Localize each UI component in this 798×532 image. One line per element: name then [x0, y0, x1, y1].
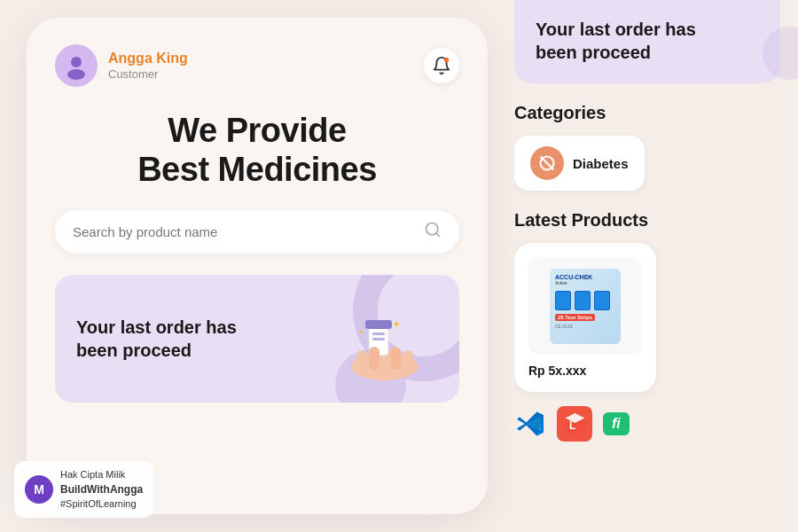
svg-rect-7	[365, 320, 392, 329]
user-info: Angga King Customer	[55, 44, 188, 87]
svg-rect-8	[372, 332, 385, 335]
category-label-diabetes: Diabetes	[573, 156, 629, 171]
svg-rect-15	[403, 350, 413, 372]
categories-section: Categories Diabetes	[514, 103, 780, 191]
svg-text:L: L	[569, 419, 575, 432]
categories-row: Diabetes	[514, 136, 780, 191]
order-notification-card: Your last order has been proceed	[514, 0, 780, 83]
svg-text:✦: ✦	[358, 328, 364, 336]
product-card-accu-chek[interactable]: ACCU-CHEK Active 25 Test Strips CE 0123 …	[514, 243, 656, 392]
fiverr-logo: fi	[603, 412, 630, 435]
diabetes-icon	[530, 146, 564, 180]
svg-rect-13	[369, 347, 379, 370]
user-name: Angga King	[108, 51, 188, 66]
svg-text:✦: ✦	[392, 318, 401, 331]
accu-chek-box: ACCU-CHEK Active 25 Test Strips CE 0123	[550, 269, 621, 344]
accu-chek-model: Active	[555, 280, 615, 286]
watermark: M Hak Cipta Milik BuildWithAngga #Spirit…	[14, 461, 153, 518]
search-input[interactable]	[73, 224, 424, 239]
medicine-hands-svg: ✦ ✦	[340, 297, 429, 381]
left-panel: Angga King Customer We Provide Best Medi…	[0, 0, 514, 532]
search-bar[interactable]	[55, 210, 459, 254]
product-price: Rp 5x.xxx	[528, 364, 642, 378]
product-image-area: ACCU-CHEK Active 25 Test Strips CE 0123	[528, 257, 642, 355]
notification-title: Your last order has been proceed	[536, 18, 759, 64]
avatar	[55, 44, 98, 87]
watermark-text: Hak Cipta Milik BuildWithAngga #SpiritOf…	[60, 468, 143, 511]
brand-logos-row: L fi	[514, 406, 780, 442]
svg-point-2	[444, 58, 450, 63]
latest-products-section: Latest Products ACCU-CHEK Active 25 Test…	[514, 210, 780, 392]
user-role: Customer	[108, 67, 188, 81]
categories-title: Categories	[514, 103, 780, 123]
watermark-logo: M	[25, 475, 53, 504]
latest-products-title: Latest Products	[514, 210, 780, 231]
vscode-logo	[514, 408, 546, 440]
svg-point-0	[71, 57, 82, 67]
search-icon	[424, 221, 442, 243]
laravel-logo: L	[557, 406, 592, 442]
banner-text: Your last order has been proceed	[76, 316, 237, 362]
accu-chek-brand: ACCU-CHEK	[555, 274, 615, 281]
notification-bell-button[interactable]	[424, 48, 459, 83]
right-panel: Your last order has been proceed Categor…	[514, 0, 798, 532]
phone-card: Angga King Customer We Provide Best Medi…	[27, 18, 488, 514]
svg-rect-9	[372, 338, 385, 340]
banner-illustration: ✦ ✦	[332, 294, 438, 383]
category-chip-diabetes[interactable]: Diabetes	[514, 136, 645, 191]
accu-chek-strips: 25 Test Strips	[555, 314, 595, 321]
user-details: Angga King Customer	[108, 51, 188, 81]
svg-point-1	[67, 69, 85, 80]
hero-title: We Provide Best Medicines	[55, 112, 459, 189]
card-header: Angga King Customer	[55, 44, 459, 87]
order-banner: Your last order has been proceed ✦ ✦	[55, 275, 459, 403]
svg-rect-12	[356, 350, 367, 372]
svg-line-4	[436, 233, 440, 237]
svg-rect-14	[390, 347, 401, 370]
